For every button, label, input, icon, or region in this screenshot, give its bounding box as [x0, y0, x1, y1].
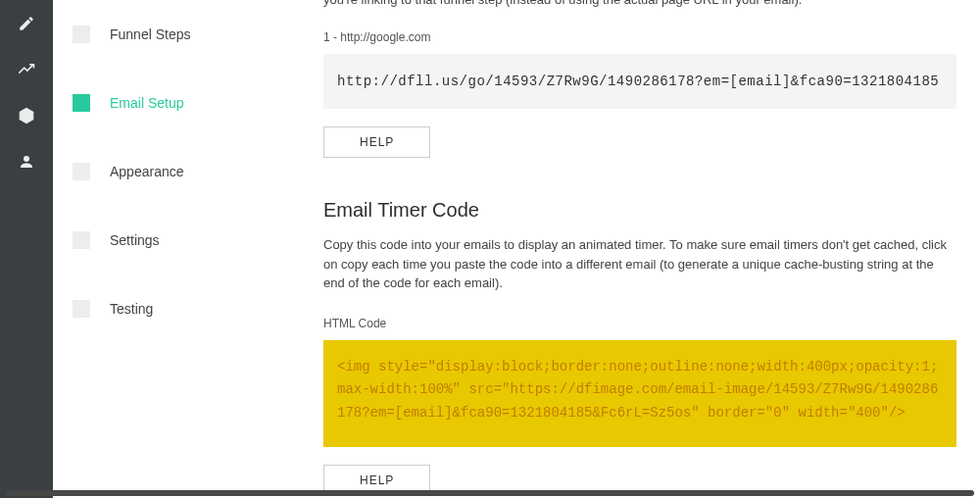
horizontal-scrollbar[interactable]	[6, 490, 974, 496]
nav-square-icon	[73, 25, 90, 43]
nav-label: Testing	[110, 301, 153, 317]
nav-label: Settings	[110, 232, 160, 248]
nav-label: Email Setup	[110, 95, 183, 111]
main-content: you're linking to that funnel step (inst…	[300, 0, 980, 498]
svg-marker-0	[20, 109, 33, 124]
dark-sidebar	[0, 0, 53, 498]
help-button[interactable]: HELP	[323, 126, 430, 158]
nav-item-settings[interactable]: Settings	[53, 206, 300, 274]
nav-square-icon	[73, 94, 90, 112]
nav-label: Appearance	[110, 164, 184, 179]
secondary-nav: Funnel Steps Email Setup Appearance Sett…	[53, 0, 300, 498]
email-timer-code-box[interactable]: <img style="display:block;border:none;ou…	[323, 340, 956, 447]
nav-item-appearance[interactable]: Appearance	[53, 137, 300, 206]
truncated-description: you're linking to that funnel step (inst…	[323, 0, 956, 7]
pencil-icon[interactable]	[18, 15, 35, 36]
hexagon-icon[interactable]	[18, 107, 35, 128]
nav-item-email-setup[interactable]: Email Setup	[53, 69, 300, 137]
chart-icon[interactable]	[18, 61, 35, 82]
funnel-link-code-box[interactable]: http://dfll.us/go/14593/Z7Rw9G/149028617…	[323, 54, 956, 109]
email-timer-title: Email Timer Code	[323, 199, 956, 222]
link-list-label: 1 - http://google.com	[323, 30, 956, 44]
email-timer-description: Copy this code into your emails to displ…	[323, 235, 956, 293]
nav-square-icon	[73, 163, 90, 180]
nav-item-funnel-steps[interactable]: Funnel Steps	[53, 0, 300, 69]
html-code-label: HTML Code	[323, 317, 956, 330]
nav-square-icon	[73, 231, 90, 249]
user-icon[interactable]	[18, 153, 35, 174]
nav-label: Funnel Steps	[110, 26, 191, 42]
nav-item-testing[interactable]: Testing	[53, 274, 300, 343]
nav-square-icon	[73, 300, 90, 318]
